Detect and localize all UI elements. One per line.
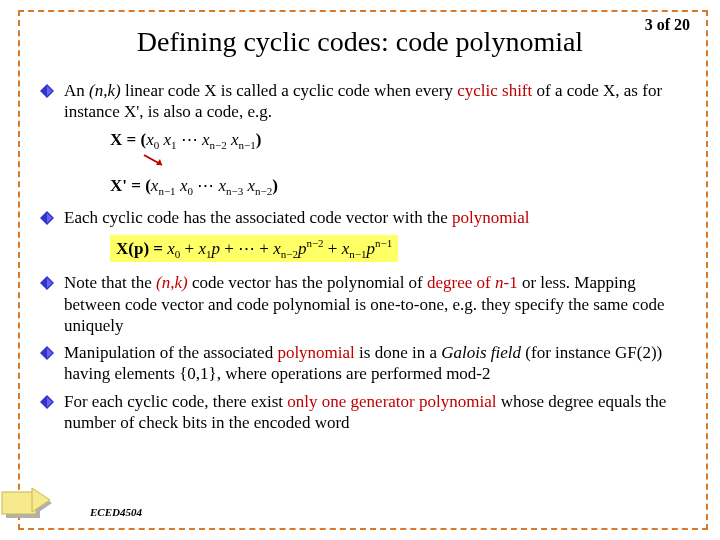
diamond-bullet-icon <box>40 395 54 413</box>
diamond-bullet-icon <box>40 346 54 364</box>
bullet-5: For each cyclic code, there exist only o… <box>40 391 690 434</box>
bullet-1-text: An (n,k) linear code X is called a cycli… <box>64 80 690 123</box>
bullet-2-text: Each cyclic code has the associated code… <box>64 207 690 228</box>
bullet-4: Manipulation of the associated polynomia… <box>40 342 690 385</box>
diamond-bullet-icon <box>40 276 54 294</box>
equation-block-2: X(p) = x0 + x1p + ⋯ + xn−2pn−2 + xn−1pn−… <box>110 235 690 262</box>
bullet-4-text: Manipulation of the associated polynomia… <box>64 342 690 385</box>
shift-arrow-icon <box>140 153 690 173</box>
diamond-bullet-icon <box>40 84 54 102</box>
bullet-3-text: Note that the (n,k) code vector has the … <box>64 272 690 336</box>
equation-line-1: X = (x0 x1 ⋯ xn−2 xn−1) <box>110 129 690 151</box>
footer-code: ECED4504 <box>90 506 142 518</box>
bullet-3: Note that the (n,k) code vector has the … <box>40 272 690 336</box>
bullet-5-text: For each cyclic code, there exist only o… <box>64 391 690 434</box>
equation-block-1: X = (x0 x1 ⋯ xn−2 xn−1) X' = (xn−1 x0 ⋯ … <box>110 129 690 198</box>
equation-line-2: X' = (xn−1 x0 ⋯ xn−3 xn−2) <box>110 175 690 197</box>
bullet-1: An (n,k) linear code X is called a cycli… <box>40 80 690 123</box>
svg-rect-1 <box>2 492 36 514</box>
slide-title: Defining cyclic codes: code polynomial <box>0 26 720 58</box>
polynomial-equation: X(p) = x0 + x1p + ⋯ + xn−2pn−2 + xn−1pn−… <box>110 235 398 262</box>
content-area: An (n,k) linear code X is called a cycli… <box>40 80 690 500</box>
slide: 3 of 20 Defining cyclic codes: code poly… <box>0 0 720 540</box>
bullet-2: Each cyclic code has the associated code… <box>40 207 690 229</box>
diamond-bullet-icon <box>40 211 54 229</box>
